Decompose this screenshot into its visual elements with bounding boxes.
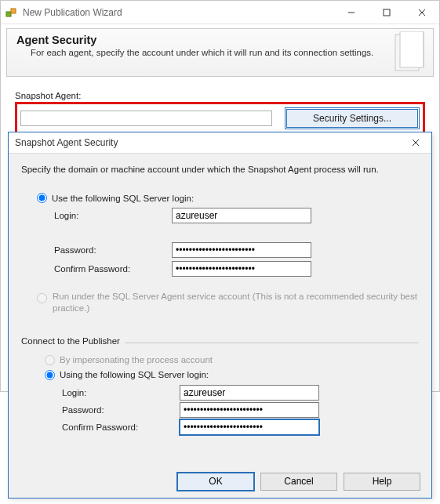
pub-login-input[interactable]	[180, 385, 319, 401]
dialog-buttons: OK Cancel Help	[9, 465, 431, 498]
help-button[interactable]: Help	[344, 473, 420, 491]
minimize-button[interactable]	[333, 1, 369, 24]
radio-publisher-sql-login-input[interactable]	[45, 370, 55, 380]
pub-password-label: Password:	[62, 405, 180, 415]
radio-impersonate-input	[45, 355, 55, 365]
svg-rect-0	[6, 12, 11, 16]
dialog-titlebar: Snapshot Agent Security	[9, 132, 431, 154]
pub-confirm-label: Confirm Password:	[62, 422, 180, 432]
ok-button[interactable]: OK	[177, 473, 254, 491]
radio-impersonate-label: By impersonating the process account	[60, 355, 213, 364]
connect-publisher-label: Connect to the Publisher	[21, 336, 125, 346]
svg-rect-1	[11, 9, 16, 13]
dialog-title: Snapshot Agent Security	[9, 137, 400, 148]
header-decor-icon	[391, 31, 430, 74]
app-icon	[1, 6, 23, 19]
snapshot-agent-security-dialog: Snapshot Agent Security Specify the doma…	[8, 132, 432, 499]
radio-service-account-label: Run under the SQL Server Agent service a…	[53, 291, 419, 314]
cancel-button[interactable]: Cancel	[260, 473, 337, 491]
dialog-close-button[interactable]	[400, 132, 431, 153]
confirm-password-label: Confirm Password:	[54, 264, 172, 274]
radio-publisher-sql-login[interactable]: Using the following SQL Server login:	[45, 370, 419, 380]
security-settings-button[interactable]: Security Settings...	[286, 109, 418, 128]
dialog-intro: Specify the domain or machine account un…	[21, 165, 419, 174]
login-label: Login:	[54, 211, 172, 220]
pub-password-input[interactable]	[180, 402, 319, 418]
connect-publisher-group: Connect to the Publisher	[21, 343, 419, 343]
radio-use-sql-login[interactable]: Use the following SQL Server login:	[37, 193, 419, 203]
highlight-box: Security Settings...	[15, 102, 425, 135]
pub-login-label: Login:	[62, 388, 180, 397]
pub-confirm-input[interactable]	[180, 419, 319, 435]
radio-publisher-sql-login-label: Using the following SQL Server login:	[60, 370, 209, 379]
radio-impersonate: By impersonating the process account	[45, 355, 419, 365]
snapshot-agent-field[interactable]	[20, 111, 272, 126]
snapshot-agent-label: Snapshot Agent:	[15, 91, 425, 100]
dialog-body: Specify the domain or machine account un…	[9, 154, 431, 465]
radio-use-sql-login-input[interactable]	[37, 193, 47, 203]
wizard-header: Agent Security For each agent, specify t…	[6, 28, 434, 77]
close-button[interactable]	[404, 1, 439, 24]
titlebar: New Publication Wizard	[1, 1, 439, 24]
password-input[interactable]	[172, 242, 311, 258]
radio-use-sql-login-label: Use the following SQL Server login:	[52, 194, 194, 203]
svg-rect-3	[384, 9, 390, 16]
svg-rect-7	[400, 31, 424, 67]
password-label: Password:	[54, 245, 172, 255]
radio-service-account-input	[37, 293, 47, 303]
page-title: Agent Security	[16, 34, 424, 46]
login-input[interactable]	[172, 208, 311, 223]
window-title: New Publication Wizard	[23, 7, 333, 18]
page-subtitle: For each agent, specify the account unde…	[31, 48, 424, 57]
maximize-button[interactable]	[369, 1, 404, 24]
confirm-password-input[interactable]	[172, 261, 311, 277]
